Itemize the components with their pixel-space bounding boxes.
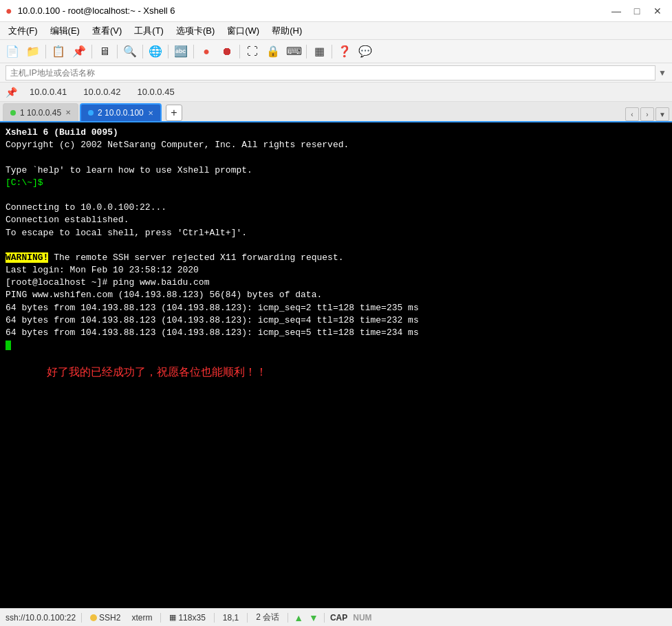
tab-add-button[interactable]: + bbox=[166, 105, 182, 121]
tab-1-status-dot bbox=[10, 110, 16, 116]
status-position-label: 18,1 bbox=[223, 613, 239, 623]
bookmark-10.0.0.41[interactable]: 10.0.0.41 bbox=[23, 85, 74, 99]
session-bookmarks: 📌 10.0.0.41 10.0.0.42 10.0.0.45 bbox=[0, 83, 672, 102]
tab-nav-menu[interactable]: ▼ bbox=[655, 107, 669, 121]
tab-2-status-dot bbox=[88, 110, 94, 116]
tab-nav-next[interactable]: › bbox=[640, 107, 654, 121]
success-message: 好了我的已经成功了，祝愿各位也能顺利！！ bbox=[47, 365, 666, 380]
menu-item-W[interactable]: 窗口(W) bbox=[221, 23, 265, 39]
status-protocol: SSH2 bbox=[87, 613, 123, 623]
terminal-cursor bbox=[6, 341, 11, 350]
toolbar-copy[interactable]: 📋 bbox=[49, 43, 68, 61]
tab-nav-prev[interactable]: ‹ bbox=[625, 107, 639, 121]
menu-item-T[interactable]: 工具(T) bbox=[129, 23, 169, 39]
term-line-ping4: 64 bytes from 104.193.88.123 (104.193.88… bbox=[6, 327, 666, 339]
status-bar: ssh://10.0.0.100:22 SSH2 xterm ▦ 118x35 … bbox=[0, 608, 672, 626]
title-bar-controls: — □ ✕ bbox=[607, 4, 666, 18]
menu-item-V[interactable]: 查看(V) bbox=[87, 23, 127, 39]
term-line-9: To escape to local shell, press 'Ctrl+Al… bbox=[6, 227, 666, 239]
close-button[interactable]: ✕ bbox=[649, 4, 666, 18]
term-line-ping2: 64 bytes from 104.193.88.123 (104.193.88… bbox=[6, 302, 666, 314]
status-connection: ssh://10.0.0.100:22 bbox=[6, 613, 76, 623]
status-position: 18,1 bbox=[220, 613, 241, 623]
menu-item-F[interactable]: 文件(F) bbox=[3, 23, 43, 39]
menu-bar: 文件(F)编辑(E)查看(V)工具(T)选项卡(B)窗口(W)帮助(H) bbox=[0, 22, 672, 40]
term-line-ping1: PING www.wshifen.com (104.193.88.123) 56… bbox=[6, 289, 666, 301]
toolbar-sep-2 bbox=[91, 45, 92, 58]
toolbar-open[interactable]: 📁 bbox=[23, 43, 43, 61]
status-protocol-icon bbox=[90, 614, 97, 621]
tab-2[interactable]: 2 10.0.0.100 ✕ bbox=[80, 103, 162, 121]
tab-bar: 1 10.0.0.45 ✕ 2 10.0.0.100 ✕ + ‹ › ▼ bbox=[0, 102, 672, 122]
toolbar-font[interactable]: 🔤 bbox=[171, 43, 191, 61]
title-bar: ● 10.0.0.100 - root@localhost:~ - Xshell… bbox=[0, 0, 672, 22]
tab-2-label: 2 10.0.0.100 bbox=[98, 108, 144, 118]
menu-item-H[interactable]: 帮助(H) bbox=[266, 23, 307, 39]
toolbar-keyboard[interactable]: ⌨ bbox=[284, 43, 303, 61]
term-line-7: Connecting to 10.0.0.100:22... bbox=[6, 202, 666, 214]
menu-item-B[interactable]: 选项卡(B) bbox=[171, 23, 220, 39]
maximize-button[interactable]: □ bbox=[628, 4, 646, 18]
terminal-wrapper: Xshell 6 (Build 0095) Copyright (c) 2002… bbox=[0, 122, 672, 608]
status-sep-6 bbox=[324, 613, 325, 623]
bookmark-pin-icon: 📌 bbox=[6, 87, 17, 98]
status-sessions-label: 2 会话 bbox=[256, 612, 279, 623]
status-grid-icon: ▦ bbox=[169, 613, 176, 622]
address-input[interactable] bbox=[6, 65, 655, 80]
status-num-label: NUM bbox=[353, 613, 371, 623]
toolbar-new[interactable]: 📄 bbox=[3, 43, 22, 61]
toolbar-sep-1 bbox=[45, 45, 46, 58]
toolbar-sep-3 bbox=[117, 45, 118, 58]
tab-1-close[interactable]: ✕ bbox=[65, 109, 71, 116]
tab-navigation: ‹ › ▼ bbox=[625, 107, 669, 121]
toolbar-connect[interactable]: 🖥 bbox=[95, 43, 114, 61]
toolbar-sep-9 bbox=[332, 45, 332, 58]
address-bar: ▼ bbox=[0, 63, 672, 83]
toolbar-sep-4 bbox=[142, 45, 143, 58]
toolbar-session[interactable]: 🌐 bbox=[146, 43, 165, 61]
toolbar-layout[interactable]: ▦ bbox=[310, 43, 329, 61]
tab-1-label: 1 10.0.0.45 bbox=[20, 108, 61, 118]
term-line-3 bbox=[6, 151, 666, 164]
tab-1[interactable]: 1 10.0.0.45 ✕ bbox=[3, 103, 78, 121]
term-line-6 bbox=[6, 189, 666, 202]
term-line-login: Last login: Mon Feb 10 23:58:12 2020 bbox=[6, 264, 666, 277]
term-cursor-line bbox=[6, 339, 666, 352]
toolbar-paste[interactable]: 📌 bbox=[69, 43, 89, 61]
toolbar-chat[interactable]: 💬 bbox=[356, 43, 375, 61]
toolbar-fullscreen[interactable]: ⛶ bbox=[243, 43, 262, 61]
status-arrow-down-icon: ▼ bbox=[309, 612, 318, 623]
term-line-cmd: [root@localhost ~]# ping www.baidu.com bbox=[6, 277, 666, 289]
status-sep-5 bbox=[288, 613, 288, 623]
toolbar-search[interactable]: 🔍 bbox=[120, 43, 140, 61]
term-line-2: Copyright (c) 2002 NetSarang Computer, I… bbox=[6, 139, 666, 151]
status-arrow-up-icon: ▲ bbox=[294, 612, 303, 623]
app-icon: ● bbox=[6, 5, 12, 17]
toolbar-sep-6 bbox=[193, 45, 194, 58]
status-sep-2 bbox=[160, 613, 161, 623]
bookmark-10.0.0.45[interactable]: 10.0.0.45 bbox=[130, 85, 181, 99]
terminal[interactable]: Xshell 6 (Build 0095) Copyright (c) 2002… bbox=[0, 122, 672, 608]
status-sep-1 bbox=[81, 613, 82, 623]
status-sessions: 2 会话 bbox=[253, 612, 282, 623]
warning-badge: WARNING! bbox=[6, 252, 48, 263]
minimize-button[interactable]: — bbox=[607, 4, 625, 18]
toolbar-help[interactable]: ❓ bbox=[335, 43, 354, 61]
toolbar-color[interactable]: ● bbox=[197, 43, 216, 61]
status-protocol-label: SSH2 bbox=[99, 613, 120, 623]
status-dimensions: ▦ 118x35 bbox=[166, 613, 208, 623]
title-bar-text: 10.0.0.100 - root@localhost:~ - Xshell 6 bbox=[18, 6, 175, 16]
menu-item-E[interactable]: 编辑(E) bbox=[45, 23, 85, 39]
address-dropdown-icon[interactable]: ▼ bbox=[658, 68, 666, 78]
toolbar-lock[interactable]: 🔒 bbox=[263, 43, 283, 61]
status-dimensions-label: 118x35 bbox=[178, 613, 205, 623]
bookmark-10.0.0.42[interactable]: 10.0.0.42 bbox=[76, 85, 127, 99]
term-line-ping3: 64 bytes from 104.193.88.123 (104.193.88… bbox=[6, 314, 666, 327]
toolbar-record[interactable]: ⏺ bbox=[217, 43, 237, 61]
term-line-8: Connection established. bbox=[6, 214, 666, 226]
status-sep-4 bbox=[247, 613, 248, 623]
toolbar-sep-5 bbox=[168, 45, 169, 58]
warning-text: The remote SSH server rejected X11 forwa… bbox=[48, 252, 343, 263]
title-bar-left: ● 10.0.0.100 - root@localhost:~ - Xshell… bbox=[6, 5, 175, 17]
tab-2-close[interactable]: ✕ bbox=[148, 109, 153, 117]
